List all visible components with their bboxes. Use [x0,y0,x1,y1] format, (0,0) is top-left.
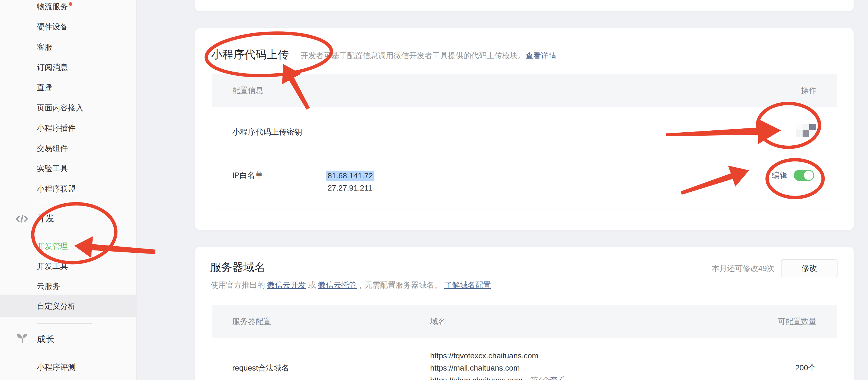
sidebar-item-custom-analysis[interactable]: 自定义分析 [37,300,76,312]
domain-config-link[interactable]: 了解域名配置 [444,281,491,289]
ip-whitelist-toggle[interactable] [794,170,814,181]
sidebar-item-dev-manage[interactable]: 开发管理 [37,240,68,253]
server-domain-card: 服务器域名 本月还可修改49次 修改 使用官方推出的 微信云开发 或 微信云托管… [195,247,854,380]
code-upload-card: 小程序代码上传 开发者可基于配置信息调用微信开发者工具提供的代码上传模块。查看详… [195,28,854,230]
pixel-squares-icon[interactable] [796,124,816,137]
ip-address-2: 27.27.91.211 [328,182,372,194]
card-title-server-domain: 服务器域名 [210,260,266,274]
domain-header: 域名 [430,316,446,327]
sidebar-item-live[interactable]: 直播 [37,82,52,94]
sidebar-item-union[interactable]: 小程序联盟 [37,183,76,195]
notification-dot [69,2,72,6]
sidebar-section-growth: 成长 [37,333,55,345]
modify-button[interactable]: 修改 [781,259,838,277]
action-header: 操作 [801,85,816,96]
upload-key-row-label: 小程序代码上传密钥 [232,126,302,138]
sidebar-item-plugin[interactable]: 小程序插件 [37,122,76,134]
cloud-host-link[interactable]: 微信云托管 [318,281,357,289]
card-desc-text: 开发者可基于配置信息调用微信开发者工具提供的代码上传模块。 [301,51,525,60]
edit-ip-link[interactable]: 编辑 [772,169,787,181]
card-desc-code-upload: 开发者可基于配置信息调用微信开发者工具提供的代码上传模块。查看详情 [301,50,557,61]
sidebar-item-hardware[interactable]: 硬件设备 [37,21,68,33]
config-table-header: 配置信息 操作 [212,74,837,107]
config-info-header: 配置信息 [232,85,263,96]
view-details-link[interactable]: 查看详情 [525,51,557,60]
request-domain-row-label: request合法域名 [232,362,289,374]
cloud-dev-link[interactable]: 微信云开发 [267,281,306,289]
desc-suffix: ，无需配置服务器域名。 [357,281,444,289]
sidebar-divider [37,323,92,324]
sidebar: 物流服务 硬件设备 客服 订阅消息 直播 页面内容接入 小程序插件 交易组件 实… [0,0,137,380]
desc-prefix: 使用官方推出的 [211,281,267,289]
sidebar-divider [37,202,92,202]
domain-url-2: https://mall.chaituans.com [430,362,520,374]
domain-url-3-text: https://shop.chaituans.com [430,376,522,380]
sidebar-item-subscribe[interactable]: 订阅消息 [37,61,68,74]
server-config-header: 服务器配置 [232,316,271,327]
sidebar-item-dev-tools[interactable]: 开发工具 [37,260,68,272]
sidebar-item-logistics[interactable]: 物流服务 [37,1,68,13]
sidebar-item-cloud[interactable]: 云服务 [37,280,60,292]
code-icon [16,212,28,226]
domain-url-3: https://shop.chaituans.com，第4个查看 [430,374,566,380]
sidebar-item-trade[interactable]: 交易组件 [37,142,68,154]
quota-header: 可配置数量 [778,316,816,327]
sidebar-item-lab-tools[interactable]: 实验工具 [37,163,68,175]
selected-ip-text: 81.68.141.72 [326,171,374,181]
ip-whitelist-row-label: IP白名单 [232,169,263,181]
domain-url-1: https://fqvotexcx.chaituans.com [430,350,538,362]
more-domains-text: ，第4个 [522,376,550,380]
ip-address-1: 81.68.141.72 [328,170,374,182]
server-domain-desc: 使用官方推出的 微信云开发 或 微信云托管，无需配置服务器域名。 了解域名配置 [211,280,491,291]
domain-table-header: 服务器配置 域名 可配置数量 [212,305,837,338]
top-card-partial [195,0,854,11]
view-more-domains-link[interactable]: 查看 [550,376,566,380]
sidebar-item-mp-evaluation[interactable]: 小程序评测 [37,361,76,373]
sidebar-item-page-content[interactable]: 页面内容接入 [37,102,84,114]
domain-quota-value: 200个 [795,362,816,374]
sprout-icon [17,333,28,345]
row-divider [212,157,837,157]
card-title-code-upload: 小程序代码上传 [211,48,289,61]
modify-quota-text: 本月还可修改49次 [712,263,775,274]
desc-or: 或 [306,281,318,289]
sidebar-item-service[interactable]: 客服 [37,41,52,53]
toggle-knob [804,171,813,180]
row-divider [212,209,837,209]
sidebar-section-dev: 开发 [37,212,55,225]
